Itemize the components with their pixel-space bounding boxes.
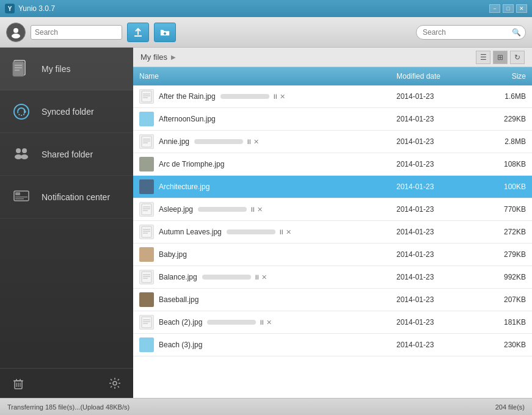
svg-rect-26 [142, 91, 151, 102]
file-count: 204 file(s) [495, 403, 525, 411]
file-size-cell: 2.8MB [478, 131, 532, 153]
pause-icon[interactable]: ⏸ [249, 206, 256, 213]
pause-icon[interactable]: ⏸ [272, 93, 279, 100]
upload-progress: ⏸ ✕ [220, 93, 285, 101]
file-size-cell: 992KB [478, 266, 532, 289]
search-wrap: 🔍 [416, 25, 526, 40]
file-name-cell: AfternoonSun.jpg [133, 108, 390, 131]
files-list: Name Modified date Size After the Rain.j… [133, 67, 532, 356]
upload-progress: ⏸ ✕ [227, 228, 291, 236]
col-size-header[interactable]: Size [478, 67, 532, 85]
file-icon [139, 225, 154, 239]
file-name: After the Rain.jpg [159, 92, 216, 101]
table-row[interactable]: Arc de Triomphe.jpg 2014-01-23108KB [133, 153, 532, 176]
search-input[interactable] [416, 25, 526, 40]
table-row[interactable]: Beach (3).jpg 2014-01-23230KB [133, 334, 532, 356]
file-date-cell: 2014-01-23 [390, 153, 478, 176]
new-folder-button[interactable] [154, 23, 176, 42]
cancel-icon[interactable]: ✕ [257, 206, 263, 214]
upload-controls: ⏸ ✕ [249, 206, 263, 214]
file-date-cell: 2014-01-23 [390, 108, 478, 131]
file-name: Architecture.jpg [159, 182, 210, 191]
upload-controls: ⏸ ✕ [246, 138, 259, 146]
table-row[interactable]: Baseball.jpg 2014-01-23207KB [133, 289, 532, 311]
file-icon [139, 202, 154, 217]
list-view-button[interactable]: ☰ [476, 51, 490, 64]
file-name: Beach (3).jpg [159, 341, 202, 349]
sidebar-item-notification-center[interactable]: Notification center [0, 176, 133, 218]
pause-icon[interactable]: ⏸ [253, 273, 260, 281]
file-name-cell: Beach (2).jpg ⏸ ✕ [133, 311, 390, 334]
app-title: Yunio 3.0.7 [18, 4, 489, 13]
table-row[interactable]: Beach (2).jpg ⏸ ✕ 2014-01-23181KB [133, 311, 532, 334]
upload-progress: ⏸ ✕ [194, 138, 259, 146]
cancel-icon[interactable]: ✕ [253, 138, 259, 146]
my-files-icon [10, 57, 33, 81]
file-name-cell: After the Rain.jpg ⏸ ✕ [133, 85, 390, 108]
progress-track [207, 320, 256, 325]
pause-icon[interactable]: ⏸ [258, 319, 265, 326]
minimize-button[interactable]: − [489, 4, 500, 13]
table-row[interactable]: Baby.jpg 2014-01-23279KB [133, 244, 532, 266]
cancel-icon[interactable]: ✕ [280, 93, 285, 101]
table-row[interactable]: Balance.jpg ⏸ ✕ 2014-01-23992KB [133, 266, 532, 289]
col-name-header[interactable]: Name [133, 67, 390, 85]
grid-view-button[interactable]: ⊞ [493, 51, 508, 64]
user-search-input[interactable] [31, 25, 122, 40]
trash-icon[interactable] [10, 375, 27, 392]
file-row-name: Annie.jpg ⏸ ✕ [139, 134, 384, 149]
cancel-icon[interactable]: ✕ [286, 228, 291, 236]
file-name: AfternoonSun.jpg [159, 115, 216, 123]
cancel-icon[interactable]: ✕ [266, 319, 272, 327]
file-row-name: Baseball.jpg [139, 292, 384, 307]
upload-controls: ⏸ ✕ [253, 273, 267, 281]
table-row[interactable]: Architecture.jpg 2014-01-23100KB [133, 176, 532, 198]
upload-progress: ⏸ ✕ [207, 319, 272, 327]
file-row-name: Beach (3).jpg [139, 337, 384, 352]
pause-icon[interactable]: ⏸ [278, 228, 285, 236]
file-date-cell: 2014-01-23 [390, 244, 478, 266]
sidebar-label-notification-center: Notification center [42, 192, 110, 202]
table-row[interactable]: AfternoonSun.jpg 2014-01-23229KB [133, 108, 532, 131]
table-row[interactable]: After the Rain.jpg ⏸ ✕ 2014-01-231.6MB [133, 85, 532, 108]
file-size-cell: 230KB [478, 334, 532, 356]
col-modified-header[interactable]: Modified date [390, 67, 478, 85]
app-icon: Y [5, 4, 15, 13]
refresh-button[interactable]: ↻ [510, 51, 525, 64]
close-button[interactable]: ✕ [516, 4, 527, 13]
file-thumbnail [139, 112, 154, 126]
file-size-cell: 1.6MB [478, 85, 532, 108]
sidebar-item-my-files[interactable]: My files [0, 48, 133, 90]
upload-button[interactable] [127, 23, 149, 42]
file-row-name: Baby.jpg [139, 247, 384, 262]
maximize-button[interactable]: □ [503, 4, 514, 13]
settings-icon[interactable] [106, 375, 123, 392]
file-name-cell: Arc de Triomphe.jpg [133, 153, 390, 176]
file-size-cell: 770KB [478, 198, 532, 221]
pause-icon[interactable]: ⏸ [246, 138, 252, 145]
upload-progress: ⏸ ✕ [202, 273, 267, 281]
file-row-name: Balance.jpg ⏸ ✕ [139, 270, 384, 284]
upload-progress: ⏸ ✕ [198, 206, 263, 214]
table-row[interactable]: Annie.jpg ⏸ ✕ 2014-01-232.8MB [133, 131, 532, 153]
file-row-name: AfternoonSun.jpg [139, 112, 384, 126]
file-name: Baby.jpg [159, 250, 187, 259]
svg-rect-19 [15, 198, 24, 200]
file-size-cell: 279KB [478, 244, 532, 266]
file-table: Name Modified date Size After the Rain.j… [133, 67, 532, 398]
file-name-cell: Autumn Leaves.jpg ⏸ ✕ [133, 221, 390, 244]
synced-folder-icon [10, 100, 33, 123]
svg-rect-42 [142, 272, 151, 283]
svg-point-15 [21, 154, 28, 159]
file-name: Autumn Leaves.jpg [159, 228, 222, 236]
toolbar: 🔍 [0, 17, 532, 48]
svg-rect-6 [13, 62, 24, 76]
progress-track [202, 275, 251, 280]
file-size-cell: 181KB [478, 311, 532, 334]
cancel-icon[interactable]: ✕ [261, 273, 267, 281]
table-row[interactable]: Autumn Leaves.jpg ⏸ ✕ 2014-01-23272KB [133, 221, 532, 244]
file-name-cell: Asleep.jpg ⏸ ✕ [133, 198, 390, 221]
table-row[interactable]: Asleep.jpg ⏸ ✕ 2014-01-23770KB [133, 198, 532, 221]
sidebar-item-shared-folder[interactable]: Shared folder [0, 133, 133, 176]
sidebar-item-synced-folder[interactable]: Synced folder [0, 90, 133, 133]
